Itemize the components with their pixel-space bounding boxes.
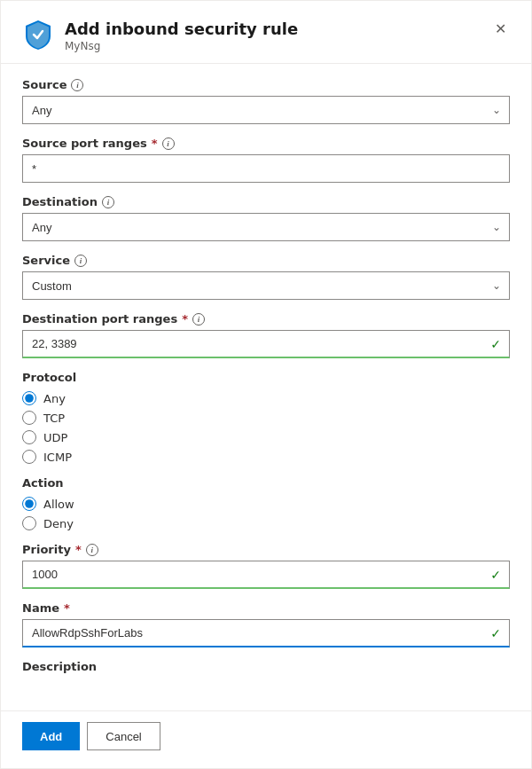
cancel-button[interactable]: Cancel (87, 722, 160, 750)
action-deny-item[interactable]: Deny (22, 516, 510, 530)
action-group: Action Allow Deny (22, 476, 510, 530)
priority-input-wrapper: ✓ (22, 561, 510, 589)
service-select-wrapper: Custom HTTP HTTPS SSH RDP MS SQL ⌄ (22, 271, 510, 300)
dest-port-valid-icon: ✓ (490, 337, 501, 351)
destination-select-wrapper: Any IP Addresses Service Tag Application… (22, 213, 510, 241)
protocol-tcp-label: TCP (43, 412, 65, 425)
source-group: Source i Any IP Addresses Service Tag Ap… (22, 78, 510, 124)
destination-label: Destination i (22, 195, 510, 208)
protocol-udp-radio[interactable] (22, 430, 36, 444)
protocol-icmp-item[interactable]: ICMP (22, 450, 510, 464)
service-group: Service i Custom HTTP HTTPS SSH RDP MS S… (22, 254, 510, 300)
source-port-ranges-input[interactable] (22, 154, 510, 183)
dialog-body: Source i Any IP Addresses Service Tag Ap… (1, 64, 531, 710)
dialog-header: Add inbound security rule MyNsg ✕ (1, 1, 531, 64)
add-inbound-security-rule-dialog: Add inbound security rule MyNsg ✕ Source… (0, 0, 532, 769)
description-label: Description (22, 660, 510, 673)
name-group: Name * ✓ (22, 601, 510, 647)
source-port-ranges-label: Source port ranges * i (22, 137, 510, 150)
action-allow-item[interactable]: Allow (22, 497, 510, 511)
name-input[interactable] (22, 619, 510, 647)
destination-port-ranges-group: Destination port ranges * i ✓ (22, 312, 510, 358)
protocol-any-radio[interactable] (22, 391, 36, 405)
protocol-group: Protocol Any TCP UDP ICMP (22, 371, 510, 464)
name-label: Name * (22, 601, 510, 615)
action-radio-group: Allow Deny (22, 497, 510, 530)
action-deny-label: Deny (43, 517, 74, 530)
source-select[interactable]: Any IP Addresses Service Tag Application… (22, 96, 510, 124)
protocol-radio-group: Any TCP UDP ICMP (22, 391, 510, 464)
action-allow-label: Allow (43, 498, 74, 511)
destination-port-ranges-label: Destination port ranges * i (22, 312, 510, 326)
source-port-info-icon[interactable]: i (162, 137, 175, 150)
name-valid-icon: ✓ (490, 626, 501, 640)
dialog-title: Add inbound security rule (65, 19, 298, 39)
protocol-udp-label: UDP (43, 431, 67, 444)
destination-group: Destination i Any IP Addresses Service T… (22, 195, 510, 241)
priority-input[interactable] (22, 561, 510, 589)
protocol-icmp-label: ICMP (43, 451, 72, 464)
source-select-wrapper: Any IP Addresses Service Tag Application… (22, 96, 510, 124)
header-text: Add inbound security rule MyNsg (65, 19, 298, 52)
source-info-icon[interactable]: i (71, 79, 83, 91)
destination-port-ranges-input[interactable] (22, 330, 510, 358)
priority-group: Priority * i ✓ (22, 543, 510, 589)
destination-port-input-wrapper: ✓ (22, 330, 510, 358)
protocol-tcp-radio[interactable] (22, 411, 36, 425)
action-deny-radio[interactable] (22, 516, 36, 530)
dialog-subtitle: MyNsg (65, 40, 298, 52)
priority-label: Priority * i (22, 543, 510, 556)
source-port-ranges-group: Source port ranges * i (22, 137, 510, 183)
priority-valid-icon: ✓ (490, 568, 501, 582)
priority-info-icon[interactable]: i (86, 544, 98, 556)
source-label: Source i (22, 78, 510, 91)
protocol-tcp-item[interactable]: TCP (22, 411, 510, 425)
add-button[interactable]: Add (22, 722, 80, 750)
destination-info-icon[interactable]: i (102, 196, 114, 208)
protocol-label: Protocol (22, 371, 510, 384)
destination-select[interactable]: Any IP Addresses Service Tag Application… (22, 213, 510, 241)
description-group: Description (22, 660, 510, 673)
protocol-any-label: Any (43, 392, 66, 405)
nsg-icon (22, 19, 54, 51)
protocol-icmp-radio[interactable] (22, 450, 36, 464)
dialog-footer: Add Cancel (1, 710, 531, 768)
close-button[interactable]: ✕ (491, 19, 510, 40)
protocol-any-item[interactable]: Any (22, 391, 510, 405)
service-info-icon[interactable]: i (74, 255, 87, 267)
action-allow-radio[interactable] (22, 497, 36, 511)
service-select[interactable]: Custom HTTP HTTPS SSH RDP MS SQL (22, 271, 510, 300)
service-label: Service i (22, 254, 510, 267)
protocol-udp-item[interactable]: UDP (22, 430, 510, 444)
dest-port-info-icon[interactable]: i (192, 313, 205, 326)
name-input-wrapper: ✓ (22, 619, 510, 647)
action-label: Action (22, 476, 510, 490)
